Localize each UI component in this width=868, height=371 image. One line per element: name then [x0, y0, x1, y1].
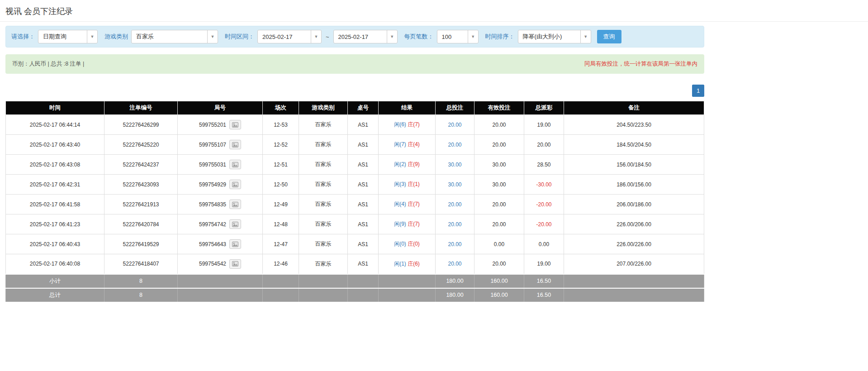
cell-time: 2025-02-17 06:43:08 [6, 155, 104, 175]
cell-remark: 226.00/226.00 [564, 234, 704, 254]
table-row: 2025-02-17 06:43:40522276425220599755107… [6, 135, 704, 155]
cell-total-bet: 20.00 [436, 234, 474, 254]
result-player: 闲(7) [394, 141, 406, 147]
video-replay-icon[interactable] [229, 180, 241, 189]
search-button[interactable]: 查询 [597, 30, 621, 43]
total-bet-link[interactable]: 20.00 [448, 261, 461, 267]
total-bet-link[interactable]: 20.00 [448, 201, 461, 208]
total-bet-link[interactable]: 30.00 [448, 181, 461, 188]
header-result: 结果 [379, 101, 436, 115]
pagination: 1 [5, 85, 704, 97]
total-bet-link[interactable]: 30.00 [448, 162, 461, 168]
video-replay-icon[interactable] [229, 219, 241, 229]
video-replay-icon[interactable] [229, 120, 241, 129]
cell-game: 百家乐 [299, 254, 348, 274]
cell-valid-bet: 30.00 [474, 175, 524, 195]
header-session: 场次 [263, 101, 299, 115]
video-replay-icon[interactable] [229, 200, 241, 209]
game-category-select[interactable]: 百家乐 ▼ [131, 30, 218, 43]
summary-payout: 16.50 [524, 274, 564, 288]
summary-label: 小计 [6, 274, 104, 288]
date-from-select[interactable]: 2025-02-17 ▼ [257, 30, 322, 43]
cell-total-bet: 20.00 [436, 254, 474, 274]
cell-result: 闲(1) 庄(6) [379, 254, 436, 274]
result-banker: 庄(4) [408, 141, 420, 147]
summary-payout: 16.50 [524, 288, 564, 302]
date-to-select[interactable]: 2025-02-17 ▼ [333, 30, 398, 43]
cell-table: AS1 [348, 254, 379, 274]
cell-session: 12-53 [263, 115, 299, 135]
summary-text: 币别：人民币 | 总共 :8 注单 | [12, 60, 84, 68]
cell-session: 12-46 [263, 254, 299, 274]
cell-payout: -20.00 [524, 195, 564, 214]
cell-table: AS1 [348, 135, 379, 155]
page-button-1[interactable]: 1 [692, 85, 704, 97]
cell-game: 百家乐 [299, 214, 348, 234]
sort-order-label: 时间排序： [485, 33, 515, 41]
round-id-value: 599755201 [199, 122, 226, 128]
round-id-value: 599755107 [199, 142, 226, 148]
cell-session: 12-52 [263, 135, 299, 155]
summary-label: 总计 [6, 288, 104, 302]
cell-round-id: 599754929 [178, 175, 263, 195]
video-replay-icon[interactable] [229, 259, 241, 269]
video-replay-icon[interactable] [229, 160, 241, 169]
result-player: 闲(0) [394, 241, 406, 247]
cell-total-bet: 20.00 [436, 115, 474, 135]
cell-time: 2025-02-17 06:40:43 [6, 234, 104, 254]
result-banker: 庄(1) [408, 181, 420, 187]
cell-valid-bet: 20.00 [474, 254, 524, 274]
total-bet-link[interactable]: 20.00 [448, 122, 461, 128]
cell-payout: -20.00 [524, 214, 564, 234]
video-replay-icon[interactable] [229, 140, 241, 149]
chevron-down-icon: ▼ [87, 30, 97, 43]
query-type-label: 请选择： [11, 33, 35, 41]
cell-time: 2025-02-17 06:41:23 [6, 214, 104, 234]
header-payout: 总派彩 [524, 101, 564, 115]
total-bet-link[interactable]: 20.00 [448, 142, 461, 148]
main-content: 请选择： 日期查询 ▼ 游戏类别 百家乐 ▼ 时间区间： 2025-02-17 … [5, 26, 704, 302]
chevron-down-icon: ▼ [468, 30, 478, 43]
cell-session: 12-48 [263, 214, 299, 234]
cell-game: 百家乐 [299, 135, 348, 155]
cell-session: 12-51 [263, 155, 299, 175]
cell-round-id: 599754742 [178, 214, 263, 234]
cell-total-bet: 30.00 [436, 175, 474, 195]
page-title: 视讯 会员下注纪录 [5, 6, 863, 17]
video-replay-icon[interactable] [229, 239, 241, 249]
result-banker: 庄(6) [408, 261, 420, 267]
total-bet-link[interactable]: 20.00 [448, 221, 461, 228]
cell-total-bet: 30.00 [436, 155, 474, 175]
date-to-value: 2025-02-17 [334, 33, 373, 40]
page-size-select[interactable]: 100 ▼ [437, 30, 479, 43]
cell-payout: 19.00 [524, 115, 564, 135]
cell-time: 2025-02-17 06:44:14 [6, 115, 104, 135]
header-round-id: 局号 [178, 101, 263, 115]
chevron-down-icon: ▼ [311, 30, 321, 43]
chevron-down-icon: ▼ [207, 30, 218, 43]
range-separator: ~ [325, 33, 330, 40]
chevron-down-icon: ▼ [387, 30, 397, 43]
cell-table: AS1 [348, 214, 379, 234]
page-header: 视讯 会员下注纪录 [0, 0, 868, 22]
time-range-label: 时间区间： [225, 33, 254, 41]
cell-table: AS1 [348, 195, 379, 214]
cell-session: 12-47 [263, 234, 299, 254]
cell-total-bet: 20.00 [436, 135, 474, 155]
query-type-select[interactable]: 日期查询 ▼ [38, 30, 98, 43]
cell-bet-id: 522276418407 [104, 254, 178, 274]
cell-total-bet: 20.00 [436, 195, 474, 214]
cell-payout: 0.00 [524, 234, 564, 254]
header-time: 时间 [6, 101, 104, 115]
cell-remark: 207.00/226.00 [564, 254, 704, 274]
cell-remark: 206.00/186.00 [564, 195, 704, 214]
sort-order-select[interactable]: 降幂(由大到小) ▼ [518, 30, 591, 43]
round-id-value: 599754929 [199, 181, 226, 188]
cell-game: 百家乐 [299, 175, 348, 195]
header-remark: 备注 [564, 101, 704, 115]
cell-bet-id: 522276424237 [104, 155, 178, 175]
cell-payout: -30.00 [524, 175, 564, 195]
summary-row: 小计8180.00160.0016.50 [6, 274, 704, 288]
total-bet-link[interactable]: 20.00 [448, 241, 461, 247]
date-from-value: 2025-02-17 [258, 33, 297, 40]
